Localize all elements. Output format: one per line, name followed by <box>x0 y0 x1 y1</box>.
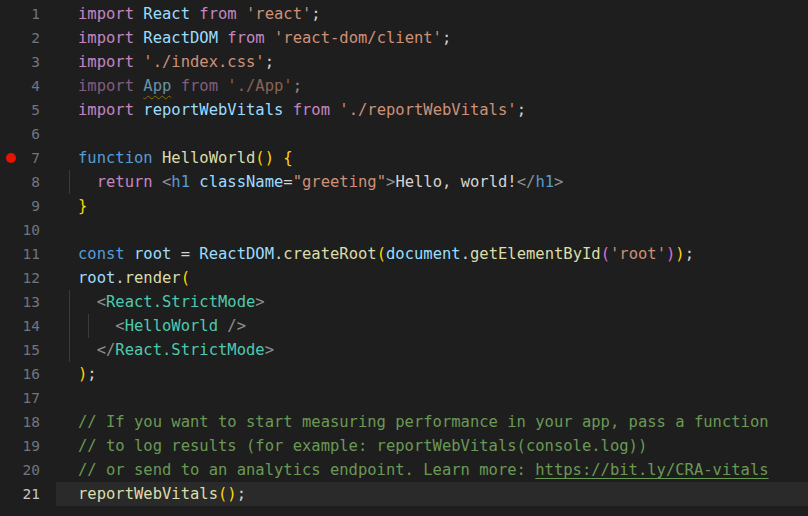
code-text: // If you want to start measuring perfor… <box>78 410 769 434</box>
line-number[interactable]: 14 <box>0 314 40 338</box>
code-text: <React.StrictMode> <box>78 290 265 314</box>
code-token: // or send to an analytics endpoint. Lea… <box>78 461 535 479</box>
code-line[interactable]: 18// If you want to start measuring perf… <box>0 410 808 434</box>
line-number[interactable]: 3 <box>0 50 40 74</box>
code-line[interactable]: 6 <box>0 122 808 146</box>
code-text: reportWebVitals(); <box>78 482 246 506</box>
code-token: < <box>97 293 106 311</box>
code-token: > <box>265 341 274 359</box>
code-line[interactable]: 4import App from './App'; <box>0 74 808 98</box>
line-number[interactable]: 16 <box>0 362 40 386</box>
code-token: // If you want to start measuring perfor… <box>78 413 769 431</box>
code-token: './index.css' <box>143 53 264 71</box>
code-token: < <box>115 317 124 335</box>
line-number[interactable]: 19 <box>0 434 40 458</box>
code-token: import <box>78 77 143 95</box>
breakpoint-icon[interactable] <box>6 153 16 163</box>
code-line[interactable]: 21reportWebVitals(); <box>0 482 808 506</box>
code-token: . <box>274 245 283 263</box>
code-token: ) <box>78 365 87 383</box>
code-line[interactable]: 7function HelloWorld() { <box>0 146 808 170</box>
indent-guide <box>69 314 70 338</box>
code-line[interactable]: 5import reportWebVitals from './reportWe… <box>0 98 808 122</box>
code-token <box>78 317 115 335</box>
code-line[interactable]: 2import ReactDOM from 'react-dom/client'… <box>0 26 808 50</box>
code-line[interactable]: 8 return <h1 className="greeting">Hello,… <box>0 170 808 194</box>
code-token: = <box>171 245 199 263</box>
code-token: h1 <box>171 173 190 191</box>
line-number[interactable]: 10 <box>0 218 40 242</box>
code-token: ; <box>685 245 694 263</box>
line-number[interactable]: 18 <box>0 410 40 434</box>
code-line[interactable]: 1import React from 'react'; <box>0 2 808 26</box>
code-text: </React.StrictMode> <box>78 338 274 362</box>
code-token: import <box>78 101 143 119</box>
code-text: // to log results (for example: reportWe… <box>78 434 647 458</box>
line-number[interactable]: 11 <box>0 242 40 266</box>
code-text: import reportWebVitals from './reportWeb… <box>78 98 526 122</box>
line-number[interactable]: 12 <box>0 266 40 290</box>
code-token: ; <box>442 29 451 47</box>
line-number[interactable]: 9 <box>0 194 40 218</box>
code-token: /> <box>218 317 246 335</box>
code-line[interactable]: 15 </React.StrictMode> <box>0 338 808 362</box>
code-token: './reportWebVitals' <box>339 101 516 119</box>
code-editor: 1import React from 'react';2import React… <box>0 0 808 506</box>
code-token: = <box>283 173 292 191</box>
code-token <box>190 173 199 191</box>
code-token: Hello, world! <box>395 173 516 191</box>
code-token: return <box>97 173 162 191</box>
code-line[interactable]: 12root.render( <box>0 266 808 290</box>
line-number[interactable]: 17 <box>0 386 40 410</box>
code-token: 'react' <box>246 5 311 23</box>
line-number[interactable]: 2 <box>0 26 40 50</box>
code-token: { <box>283 149 292 167</box>
line-number[interactable]: 20 <box>0 458 40 482</box>
code-token: render <box>125 269 181 287</box>
code-token: App <box>143 77 171 95</box>
code-token <box>78 341 97 359</box>
code-line[interactable]: 9} <box>0 194 808 218</box>
code-line[interactable]: 13 <React.StrictMode> <box>0 290 808 314</box>
code-token: React.StrictMode <box>115 341 264 359</box>
code-text: // or send to an analytics endpoint. Lea… <box>78 458 769 482</box>
code-line[interactable]: 19// to log results (for example: report… <box>0 434 808 458</box>
code-token: ; <box>517 101 526 119</box>
code-text: <HelloWorld /> <box>78 314 246 338</box>
code-line[interactable]: 11const root = ReactDOM.createRoot(docum… <box>0 242 808 266</box>
code-line[interactable]: 14 <HelloWorld /> <box>0 314 808 338</box>
line-number[interactable]: 5 <box>0 98 40 122</box>
line-number[interactable]: 4 <box>0 74 40 98</box>
code-token: from <box>218 29 274 47</box>
code-token: () <box>255 149 274 167</box>
code-token: reportWebVitals <box>143 101 283 119</box>
code-token: . <box>461 245 470 263</box>
line-number[interactable]: 15 <box>0 338 40 362</box>
code-token: ; <box>265 53 274 71</box>
line-number[interactable]: 6 <box>0 122 40 146</box>
code-token: from <box>171 77 227 95</box>
code-token: React.StrictMode <box>106 293 255 311</box>
comment-link[interactable]: https://bit.ly/CRA-vitals <box>535 461 768 479</box>
code-line[interactable]: 10 <box>0 218 808 242</box>
code-line[interactable]: 3import './index.css'; <box>0 50 808 74</box>
indent-guide <box>69 290 70 314</box>
code-token: const <box>78 245 134 263</box>
code-text: const root = ReactDOM.createRoot(documen… <box>78 242 694 266</box>
code-token: // to log results (for example: reportWe… <box>78 437 647 455</box>
code-line[interactable]: 16); <box>0 362 808 386</box>
code-token: ) <box>666 245 675 263</box>
code-token: ; <box>237 485 246 503</box>
line-number[interactable]: 1 <box>0 2 40 26</box>
code-line[interactable]: 20// or send to an analytics endpoint. L… <box>0 458 808 482</box>
code-token: getElementById <box>470 245 601 263</box>
code-token: > <box>255 293 264 311</box>
code-token: 'react-dom/client' <box>274 29 442 47</box>
code-text: function HelloWorld() { <box>78 146 293 170</box>
line-number[interactable]: 8 <box>0 170 40 194</box>
line-number[interactable]: 13 <box>0 290 40 314</box>
line-number[interactable]: 21 <box>0 482 40 506</box>
code-token <box>274 149 283 167</box>
code-token: ; <box>87 365 96 383</box>
code-line[interactable]: 17 <box>0 386 808 410</box>
